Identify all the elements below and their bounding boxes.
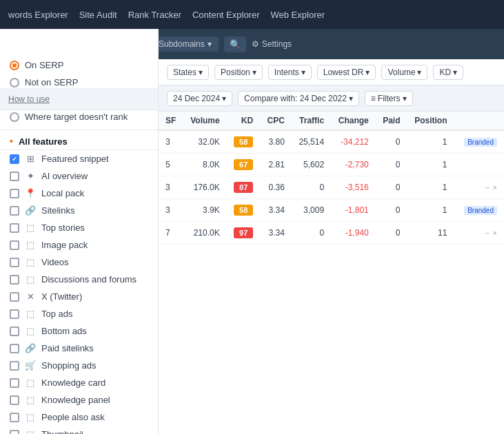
feature-people-also-ask[interactable]: ⬚ People also ask	[0, 409, 158, 426]
chevron-down-icon: ▾	[349, 94, 353, 103]
cell-change: -1,940	[331, 222, 376, 245]
feature-featured-snippet[interactable]: ⊞ Featured snippet	[0, 150, 158, 167]
checkbox-thumbnail[interactable]	[10, 430, 19, 435]
cell-paid: 0	[376, 154, 407, 176]
how-to-use-link[interactable]: How to use	[8, 94, 50, 104]
checkbox-shopping-ads[interactable]	[10, 361, 19, 371]
volume-filter-button[interactable]: Volume ▾	[381, 65, 427, 80]
radio-circle-where-target-doesnt-rank	[10, 112, 19, 122]
search-button[interactable]: 🔍	[224, 37, 246, 52]
radio-circle-on-serp	[10, 61, 19, 70]
cell-branded: → ×	[454, 176, 504, 199]
checkbox-x-twitter[interactable]	[10, 292, 19, 302]
checkbox-top-stories[interactable]	[10, 223, 19, 233]
radio-circle-not-on-serp	[10, 78, 19, 87]
feature-thumbnail[interactable]: ⬚ Thumbnail	[0, 426, 158, 434]
checkbox-featured-snippet[interactable]	[10, 154, 19, 164]
feature-knowledge-card[interactable]: ⬚ Knowledge card	[0, 374, 158, 391]
lowest-dr-filter-button[interactable]: Lowest DR ▾	[317, 65, 376, 80]
col-volume[interactable]: Volume	[183, 112, 227, 130]
cell-cpc: 2.81	[260, 154, 292, 176]
cell-paid: 0	[376, 176, 407, 199]
top-stories-icon: ⬚	[25, 223, 36, 233]
col-position[interactable]: Position	[407, 112, 454, 130]
cell-paid: 0	[376, 130, 407, 154]
feature-videos[interactable]: ⬚ Videos	[0, 254, 158, 271]
col-traffic[interactable]: Traffic	[292, 112, 331, 130]
cell-cpc: 3.34	[260, 199, 292, 222]
nav-item-content-explorer[interactable]: Content Explorer	[192, 10, 260, 20]
cell-cpc: 3.80	[260, 130, 292, 154]
checkbox-top-ads[interactable]	[10, 309, 19, 319]
checkbox-image-pack[interactable]	[10, 240, 19, 250]
states-filter-button[interactable]: States ▾	[167, 65, 209, 80]
cell-branded	[454, 154, 504, 176]
checkbox-paid-sitelinks[interactable]	[10, 344, 19, 353]
checkbox-discussions-forums[interactable]	[10, 275, 19, 285]
feature-sitelinks[interactable]: 🔗 Sitelinks	[0, 202, 158, 219]
feature-bottom-ads[interactable]: ⬚ Bottom ads	[0, 322, 158, 340]
nav-item-web-explorer[interactable]: Web Explorer	[271, 10, 325, 20]
compare-with-button[interactable]: Compare with: 24 Dec 2022 ▾	[238, 91, 359, 106]
col-sf[interactable]: SF	[159, 112, 183, 130]
local-pack-icon: 📍	[25, 188, 36, 198]
intents-filter-button[interactable]: Intents ▾	[268, 65, 312, 80]
settings-button[interactable]: ⚙ Settings	[252, 39, 292, 49]
checkbox-knowledge-panel[interactable]	[10, 395, 19, 405]
checkbox-bottom-ads[interactable]	[10, 327, 19, 336]
filters-bar: States ▾ Position ▾ Intents ▾ Lowest DR …	[159, 59, 504, 85]
col-cpc[interactable]: CPC	[260, 112, 292, 130]
feature-shopping-ads[interactable]: 🛒 Shopping ads	[0, 357, 158, 374]
chevron-down-icon: ▾	[417, 68, 421, 77]
subdomains-button[interactable]: Subdomains ▾	[152, 37, 219, 52]
shopping-ads-icon: 🛒	[25, 360, 36, 371]
cell-volume: 3.9K	[183, 199, 227, 222]
kd-badge: 58	[234, 205, 253, 216]
feature-discussions-forums[interactable]: ⬚ Discussions and forums	[0, 271, 158, 288]
table-row: 7 210.0K 97 3.34 0 -1,940 0 11 → ×	[159, 222, 504, 245]
checkbox-videos[interactable]	[10, 258, 19, 267]
feature-local-pack[interactable]: 📍 Local pack	[0, 185, 158, 202]
nav-bar: words Explorer Site Audit Rank Tracker C…	[0, 0, 504, 29]
col-change[interactable]: Change	[331, 112, 376, 130]
checkbox-people-also-ask[interactable]	[10, 413, 19, 422]
feature-ai-overview[interactable]: ✦ AI overview	[0, 167, 158, 185]
gear-icon: ⚙	[252, 39, 259, 49]
checkbox-knowledge-card[interactable]	[10, 378, 19, 388]
branded-tag: Branded	[464, 206, 497, 215]
checkbox-ai-overview[interactable]	[10, 172, 19, 181]
radio-on-serp[interactable]: On SERP	[0, 56, 158, 74]
table-header: SF Volume KD CPC Traffic Change Paid Pos…	[159, 112, 504, 130]
feature-top-stories[interactable]: ⬚ Top stories	[0, 219, 158, 236]
position-filter-button[interactable]: Position ▾	[214, 65, 263, 80]
cell-position: 1	[407, 176, 454, 199]
feature-image-pack[interactable]: ⬚ Image pack	[0, 236, 158, 254]
col-kd[interactable]: KD	[227, 112, 260, 130]
date-button[interactable]: 24 Dec 2024 ▾	[167, 91, 232, 106]
kd-filter-button[interactable]: KD ▾	[433, 65, 463, 80]
cell-kd: 87	[227, 176, 260, 199]
checkbox-local-pack[interactable]	[10, 189, 19, 198]
cell-traffic: 3,009	[292, 199, 331, 222]
cell-branded: Branded	[454, 130, 504, 154]
cell-volume: 32.0K	[183, 130, 227, 154]
feature-x-twitter[interactable]: ✕ X (Twitter)	[0, 288, 158, 305]
table-body: 3 32.0K 58 3.80 25,514 -34,212 0 1 Brand…	[159, 130, 504, 245]
cell-kd: 58	[227, 130, 260, 154]
checkbox-sitelinks[interactable]	[10, 206, 19, 216]
bullet-icon: •	[10, 136, 13, 147]
knowledge-panel-icon: ⬚	[25, 395, 36, 405]
filters-button[interactable]: ≡ Filters ▾	[365, 91, 413, 106]
nav-item-site-audit[interactable]: Site Audit	[79, 10, 117, 20]
col-extra	[454, 112, 504, 130]
radio-where-target-doesnt-rank[interactable]: Where target doesn't rank	[0, 108, 158, 125]
cell-sf: 3	[159, 199, 183, 222]
nav-item-rank-tracker[interactable]: Rank Tracker	[128, 10, 181, 20]
feature-knowledge-panel[interactable]: ⬚ Knowledge panel	[0, 391, 158, 409]
feature-paid-sitelinks[interactable]: 🔗 Paid sitelinks	[0, 340, 158, 357]
chevron-down-icon: ▾	[301, 68, 305, 77]
nav-item-keywords-explorer[interactable]: words Explorer	[8, 10, 68, 20]
col-paid[interactable]: Paid	[376, 112, 407, 130]
feature-top-ads[interactable]: ⬚ Top ads	[0, 305, 158, 322]
cell-sf: 3	[159, 176, 183, 199]
